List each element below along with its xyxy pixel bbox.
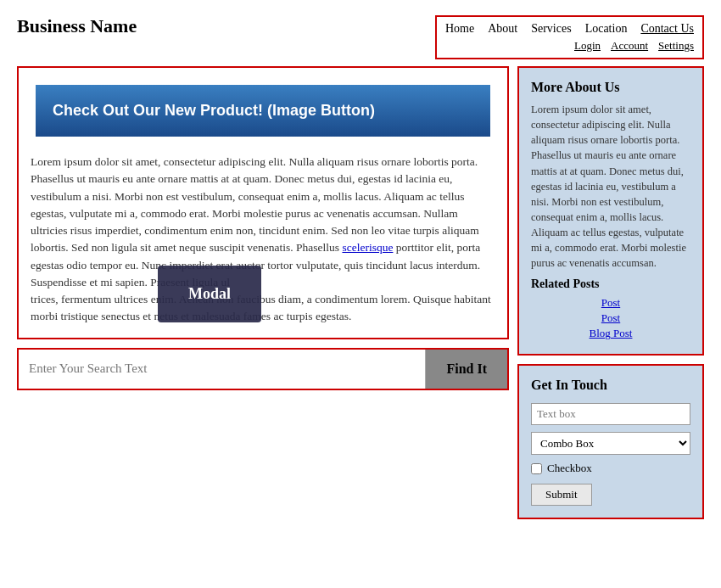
search-box: Find It xyxy=(17,348,509,390)
blog-post-link[interactable]: Blog Post xyxy=(531,327,690,340)
nav-settings[interactable]: Settings xyxy=(658,39,694,53)
nav-login[interactable]: Login xyxy=(574,39,601,53)
nav-services[interactable]: Services xyxy=(531,22,571,36)
textbox-row xyxy=(531,403,690,425)
nav-home[interactable]: Home xyxy=(445,22,474,36)
content-box: Check Out Our New Product! (Image Button… xyxy=(17,66,509,339)
checkbox-row: Checkbox xyxy=(531,462,690,475)
submit-button[interactable]: Submit xyxy=(531,484,592,506)
nav-contact[interactable]: Contact Us xyxy=(640,22,694,36)
nav-area: Home About Services Location Contact Us … xyxy=(435,15,704,59)
modal-box: Modal xyxy=(158,266,261,322)
find-it-button[interactable]: Find It xyxy=(425,350,507,389)
business-name: Business Name xyxy=(17,15,137,37)
image-button[interactable]: Check Out Our New Product! (Image Button… xyxy=(36,85,490,137)
get-in-touch-title: Get In Touch xyxy=(531,378,690,393)
left-column: Check Out Our New Product! (Image Button… xyxy=(17,66,509,519)
checkbox-input[interactable] xyxy=(531,463,542,474)
more-about-text: Lorem ipsum dolor sit amet, consectetur … xyxy=(531,102,690,271)
main-text: Lorem ipsum dolor sit amet, consectetur … xyxy=(19,148,507,338)
scelerisque-link[interactable]: scelerisque xyxy=(342,241,393,254)
nav-location[interactable]: Location xyxy=(585,22,628,36)
more-about-box: More About Us Lorem ipsum dolor sit amet… xyxy=(517,66,704,356)
header: Business Name Home About Services Locati… xyxy=(8,8,713,66)
more-about-title: More About Us xyxy=(531,80,690,95)
search-input[interactable] xyxy=(19,350,425,389)
related-posts: Related Posts Post Post Blog Post xyxy=(531,277,690,340)
nav-about[interactable]: About xyxy=(488,22,517,36)
nav-top: Home About Services Location Contact Us xyxy=(445,22,694,36)
combo-box[interactable]: Combo Box xyxy=(532,433,690,454)
related-posts-title: Related Posts xyxy=(531,277,690,291)
modal-overlay: Modal trices, fermentum ultrices enim. A… xyxy=(31,291,495,326)
right-column: More About Us Lorem ipsum dolor sit amet… xyxy=(517,66,704,519)
nav-account[interactable]: Account xyxy=(611,39,648,53)
main-area: Check Out Our New Product! (Image Button… xyxy=(8,66,713,528)
contact-textbox[interactable] xyxy=(531,403,690,425)
post-link-2[interactable]: Post xyxy=(531,311,690,325)
nav-bottom: Login Account Settings xyxy=(445,39,694,53)
post-link-1[interactable]: Post xyxy=(531,296,690,310)
combo-row: Combo Box xyxy=(531,432,690,455)
checkbox-label: Checkbox xyxy=(547,462,592,475)
get-in-touch-box: Get In Touch Combo Box Checkbox Submit xyxy=(517,364,704,519)
